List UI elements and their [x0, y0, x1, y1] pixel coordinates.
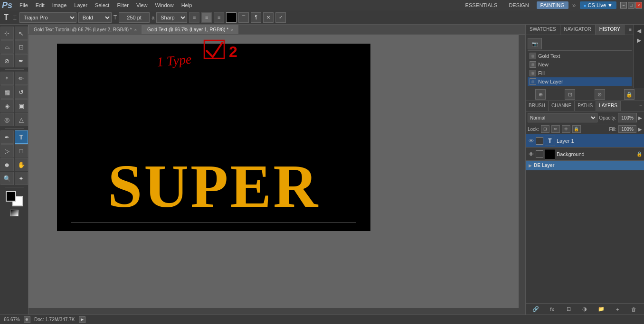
- eraser-button[interactable]: ◈: [0, 99, 14, 112]
- layer-item-layer1[interactable]: 👁 T Layer 1: [526, 134, 644, 148]
- document-tab-1[interactable]: Gold Text @ 66.7% (Layer 1, RGB/8) * ×: [142, 25, 238, 34]
- opacity-arrow[interactable]: ▶: [638, 115, 642, 120]
- blend-mode-select[interactable]: Normal: [528, 113, 597, 122]
- menu-select[interactable]: Select: [92, 1, 113, 9]
- swatches-tab[interactable]: SWATCHES: [526, 25, 560, 35]
- stamp-button[interactable]: ▩: [0, 85, 14, 99]
- delete-layer-btn[interactable]: 🗑: [629, 305, 639, 314]
- hand-button[interactable]: ✋: [15, 158, 28, 171]
- paths-tab[interactable]: PATHS: [575, 101, 596, 111]
- panel-options-icon[interactable]: ≡: [629, 27, 632, 32]
- 3d-button[interactable]: ☻: [0, 158, 14, 171]
- layer-style-btn[interactable]: fx: [548, 305, 557, 314]
- workspace-essentials[interactable]: ESSENTIALS: [462, 1, 502, 9]
- adjustment-btn[interactable]: ◑: [580, 305, 589, 314]
- lock-transparent-btn[interactable]: ⊡: [541, 125, 549, 133]
- group-btn[interactable]: 📁: [597, 305, 606, 314]
- channels-tab[interactable]: CHANNE: [549, 101, 575, 111]
- expand-panel-icon[interactable]: ▶: [635, 36, 644, 45]
- panel-tool-3[interactable]: ⊘: [595, 89, 605, 100]
- navigator-tab[interactable]: NAVIGATOR: [560, 25, 596, 35]
- character-palette-button[interactable]: ¶: [251, 12, 261, 23]
- fill-arrow[interactable]: ▶: [638, 127, 642, 132]
- status-arrow[interactable]: ▶: [79, 316, 85, 323]
- menu-file[interactable]: File: [16, 1, 31, 9]
- layers-options-icon[interactable]: ≡: [639, 103, 642, 109]
- menu-image[interactable]: Image: [49, 1, 70, 9]
- zoom-indicator-btn[interactable]: ⊕: [24, 316, 30, 323]
- text-color-swatch[interactable]: [226, 12, 237, 23]
- magic-wand-button[interactable]: ⊡: [15, 40, 28, 54]
- font-style-select[interactable]: Bold: [78, 12, 112, 23]
- history-brush-button[interactable]: ↺: [15, 85, 28, 99]
- history-snapshot-btn[interactable]: 📷: [528, 38, 542, 49]
- workspace-design[interactable]: DESIGN: [505, 1, 532, 9]
- history-tab[interactable]: HISTORY: [596, 25, 625, 35]
- lock-image-btn[interactable]: ✏: [551, 125, 560, 133]
- default-colors-button[interactable]: [10, 210, 19, 216]
- healing-button[interactable]: ⌖: [0, 72, 14, 85]
- history-item-2[interactable]: ⊞ Fill: [528, 69, 632, 77]
- new-layer-btn[interactable]: +: [613, 305, 622, 314]
- lasso-tool-button[interactable]: ⌓: [0, 40, 14, 54]
- foreground-color-swatch[interactable]: [6, 191, 16, 202]
- menu-layer[interactable]: Layer: [71, 1, 91, 9]
- menu-view[interactable]: View: [133, 1, 151, 9]
- commit-button[interactable]: ✓: [275, 12, 286, 23]
- tab-close-0[interactable]: ×: [134, 28, 137, 32]
- pen-button[interactable]: ✒: [0, 130, 14, 144]
- marquee-tool-button[interactable]: ⊹: [0, 27, 14, 40]
- panel-tool-4[interactable]: 🔒: [624, 89, 635, 100]
- menu-help[interactable]: Help: [178, 1, 196, 9]
- zoom-button[interactable]: 🔍: [0, 172, 14, 185]
- panel-tool-2[interactable]: ⊡: [565, 89, 575, 100]
- maximize-button[interactable]: □: [628, 2, 635, 9]
- anti-alias-select[interactable]: Sharp: [156, 12, 187, 23]
- type-tool-button[interactable]: T: [15, 130, 28, 144]
- blur-button[interactable]: ◎: [0, 113, 14, 126]
- align-right-button[interactable]: ≡: [214, 12, 224, 23]
- layer-visibility-background[interactable]: 👁: [528, 151, 534, 157]
- fill-input[interactable]: [618, 125, 636, 133]
- dodge-button[interactable]: △: [15, 113, 28, 126]
- layers-tab[interactable]: LAYERS: [596, 101, 621, 111]
- history-item-0[interactable]: ⊞ Gold Text: [528, 52, 632, 60]
- eyedropper-button[interactable]: ✒: [15, 54, 28, 67]
- align-left-button[interactable]: ≡: [189, 12, 199, 23]
- gradient-button[interactable]: ▣: [15, 99, 28, 112]
- panel-tool-1[interactable]: ⊕: [535, 89, 546, 100]
- history-item-1[interactable]: ⊞ New: [528, 60, 632, 69]
- history-item-3[interactable]: ⊞ New Layer: [528, 77, 632, 86]
- shape-button[interactable]: □: [15, 144, 28, 157]
- move-tool-button[interactable]: ↖: [15, 27, 28, 40]
- menu-edit[interactable]: Edit: [32, 1, 48, 9]
- cs-live-button[interactable]: ● CS Live ▼: [580, 1, 616, 9]
- font-size-input[interactable]: [119, 12, 150, 23]
- lock-position-btn[interactable]: ✛: [562, 125, 570, 133]
- document-tab-0[interactable]: Gold Text Tutorial @ 66.7% (Layer 2, RGB…: [28, 25, 142, 34]
- path-select-button[interactable]: ▷: [0, 144, 14, 157]
- collapse-panel-icon[interactable]: ◀: [635, 27, 644, 35]
- opacity-input[interactable]: [618, 113, 637, 122]
- link-layers-btn[interactable]: 🔗: [531, 305, 540, 314]
- close-button[interactable]: ×: [635, 2, 642, 9]
- horizontal-scrollbar[interactable]: [28, 308, 525, 315]
- layer-item-background[interactable]: 👁 Background 🔒: [526, 148, 644, 161]
- mask-btn[interactable]: ⊡: [564, 305, 573, 314]
- minimize-button[interactable]: −: [620, 2, 627, 9]
- menu-window[interactable]: Window: [152, 1, 177, 9]
- brush-button[interactable]: ✏: [15, 72, 28, 85]
- align-center-button[interactable]: ≡: [201, 12, 212, 23]
- workspace-painting[interactable]: PAINTING: [537, 1, 568, 9]
- cancel-button[interactable]: ✕: [263, 12, 274, 23]
- layer-visibility-layer1[interactable]: 👁: [528, 138, 534, 144]
- extra-button[interactable]: ✦: [15, 172, 28, 185]
- font-family-select[interactable]: Trajan Pro: [19, 12, 76, 23]
- tab-close-1[interactable]: ×: [231, 28, 233, 32]
- vertical-scrollbar[interactable]: [519, 35, 525, 315]
- document-canvas[interactable]: 1 Type SUPER: [57, 44, 370, 231]
- new-layer-expand-icon[interactable]: ▶: [529, 163, 532, 168]
- menu-filter[interactable]: Filter: [114, 1, 132, 9]
- lock-all-btn[interactable]: 🔒: [572, 125, 581, 133]
- warp-text-button[interactable]: ⌒: [238, 12, 249, 23]
